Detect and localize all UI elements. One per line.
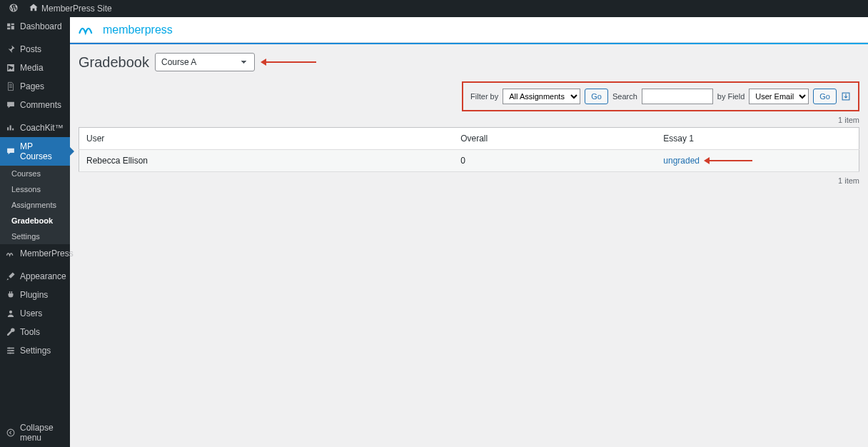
dashboard-icon xyxy=(6,21,16,31)
sidebar-subitem-courses[interactable]: Courses xyxy=(0,166,70,181)
chat-icon xyxy=(6,146,16,156)
sidebar-item-label: Comments xyxy=(20,100,61,110)
brand-name: memberpress xyxy=(103,24,173,36)
sidebar-item-mp-courses[interactable]: MP Courses xyxy=(0,137,70,166)
filter-panel: Filter by All Assignments Go Search by F… xyxy=(462,81,859,111)
sidebar-item-label: Posts xyxy=(20,44,41,54)
wp-admin-bar: MemberPress Site xyxy=(0,0,868,17)
sliders-icon xyxy=(6,346,16,356)
svg-point-3 xyxy=(7,429,14,436)
adminbar-site-name-label: MemberPress Site xyxy=(41,4,112,14)
sidebar-item-label: CoachKit™ xyxy=(20,123,64,133)
sidebar-item-users[interactable]: Users xyxy=(0,304,70,323)
sidebar-item-memberpress[interactable]: MemberPress xyxy=(0,244,70,263)
sidebar-item-coachkit[interactable]: CoachKit™ xyxy=(0,119,70,137)
pages-icon xyxy=(6,81,16,91)
sidebar-item-appearance[interactable]: Appearance xyxy=(0,267,70,286)
col-header-essay1: Essay 1 xyxy=(656,128,859,150)
brush-icon xyxy=(6,271,16,281)
sidebar-item-plugins[interactable]: Plugins xyxy=(0,286,70,304)
user-icon xyxy=(6,308,16,318)
item-count-bottom: 1 item xyxy=(79,176,859,185)
svg-point-0 xyxy=(9,347,10,348)
admin-sidebar: Dashboard Posts Media Pages Comments xyxy=(0,17,70,447)
search-input[interactable] xyxy=(642,89,713,104)
pushpin-icon xyxy=(6,44,16,54)
ungraded-link[interactable]: ungraded xyxy=(663,156,700,166)
memberpress-logo-icon xyxy=(79,24,99,36)
sidebar-item-pages[interactable]: Pages xyxy=(0,77,70,96)
sidebar-item-dashboard[interactable]: Dashboard xyxy=(0,17,70,36)
sidebar-subitem-lessons[interactable]: Lessons xyxy=(0,181,70,197)
sidebar-submenu-mp-courses: Courses Lessons Assignments Gradebook Se… xyxy=(0,166,70,244)
memberpress-icon xyxy=(6,248,16,258)
wordpress-icon xyxy=(9,3,19,15)
main-content: memberpress Gradebook Course A Filter by… xyxy=(70,17,868,447)
sidebar-item-label: Collapse menu xyxy=(20,423,64,443)
sidebar-item-media[interactable]: Media xyxy=(0,59,70,77)
table-row: Rebecca Ellison 0 ungraded xyxy=(79,150,859,172)
sidebar-item-label: MemberPress xyxy=(20,248,74,258)
by-field-select[interactable]: User Email xyxy=(749,89,809,104)
sidebar-subitem-gradebook[interactable]: Gradebook xyxy=(0,213,70,228)
gradebook-table: User Overall Essay 1 Rebecca Ellison 0 u… xyxy=(79,127,859,172)
search-label: Search xyxy=(612,92,637,101)
course-select[interactable]: Course A xyxy=(155,53,255,71)
by-field-label: by Field xyxy=(717,92,745,101)
adminbar-site-name[interactable]: MemberPress Site xyxy=(26,0,115,17)
sidebar-item-settings[interactable]: Settings xyxy=(0,341,70,360)
search-go-button[interactable]: Go xyxy=(813,89,837,104)
annotation-arrow-ungraded xyxy=(710,160,752,161)
export-icon[interactable] xyxy=(841,91,851,101)
sidebar-collapse[interactable]: Collapse menu xyxy=(0,418,70,447)
brand-logo: memberpress xyxy=(79,24,173,36)
sidebar-item-posts[interactable]: Posts xyxy=(0,40,70,59)
brand-bar: memberpress xyxy=(70,17,868,43)
sidebar-item-label: Appearance xyxy=(20,271,66,281)
adminbar-wp-logo[interactable] xyxy=(6,0,21,17)
wrench-icon xyxy=(6,327,16,337)
sidebar-item-label: Users xyxy=(20,308,42,318)
sidebar-subitem-settings[interactable]: Settings xyxy=(0,228,70,244)
chart-icon xyxy=(6,123,16,133)
sidebar-item-label: Settings xyxy=(20,346,51,356)
cell-user: Rebecca Ellison xyxy=(79,150,454,172)
sidebar-item-label: Media xyxy=(20,63,44,73)
sidebar-item-label: Pages xyxy=(20,81,44,91)
col-header-overall: Overall xyxy=(453,128,656,150)
sidebar-item-comments[interactable]: Comments xyxy=(0,96,70,114)
collapse-icon xyxy=(6,428,16,438)
col-header-user: User xyxy=(79,128,454,150)
cell-essay1: ungraded xyxy=(656,150,859,172)
filter-by-label: Filter by xyxy=(470,92,498,101)
home-icon xyxy=(29,3,39,15)
media-icon xyxy=(6,63,16,73)
plug-icon xyxy=(6,290,16,300)
annotation-arrow-course xyxy=(266,61,316,63)
item-count-top: 1 item xyxy=(79,116,859,124)
sidebar-subitem-assignments[interactable]: Assignments xyxy=(0,197,70,213)
svg-point-1 xyxy=(11,350,13,351)
sidebar-item-label: Dashboard xyxy=(20,21,62,31)
filter-by-select[interactable]: All Assignments xyxy=(503,89,580,104)
cell-overall: 0 xyxy=(453,150,656,172)
sidebar-item-label: Plugins xyxy=(20,290,48,300)
svg-point-2 xyxy=(9,352,11,353)
sidebar-item-tools[interactable]: Tools xyxy=(0,323,70,341)
comments-icon xyxy=(6,100,16,110)
filter-go-button[interactable]: Go xyxy=(585,89,608,104)
page-title: Gradebook xyxy=(79,54,149,71)
sidebar-item-label: MP Courses xyxy=(20,141,64,161)
sidebar-item-label: Tools xyxy=(20,327,40,337)
